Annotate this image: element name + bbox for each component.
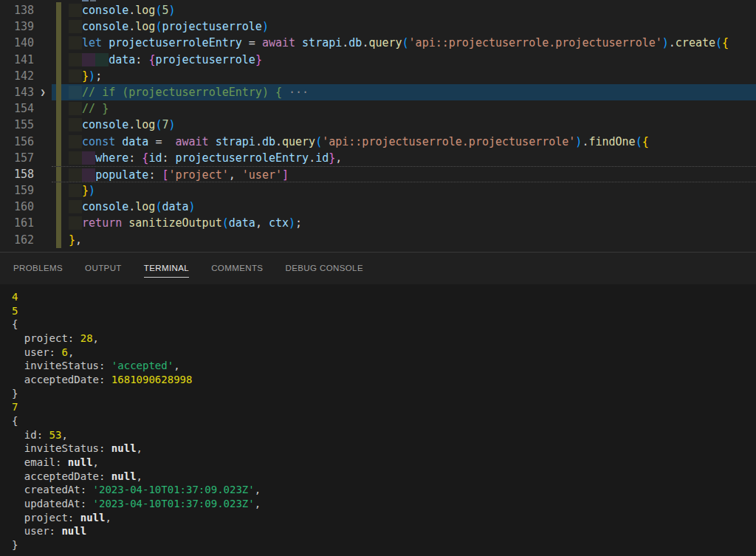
- git-modified-indicator: [56, 199, 61, 215]
- terminal-token: ,: [93, 332, 99, 344]
- terminal-token: user:: [12, 346, 61, 358]
- terminal-token: 5: [12, 305, 18, 317]
- terminal-token: id:: [12, 429, 49, 441]
- line-number[interactable]: 155: [0, 117, 34, 133]
- git-modified-indicator: [56, 215, 61, 231]
- terminal-token: {: [12, 318, 18, 330]
- line-content[interactable]: where: {id: projectuserroleEntry.id},: [52, 150, 756, 166]
- code-line-156[interactable]: 156 const data = await strapi.db.query('…: [0, 134, 756, 150]
- code-line-154[interactable]: 154 // }: [0, 100, 756, 117]
- code-token: [69, 36, 82, 49]
- terminal-output[interactable]: 45{ project: 28, user: 6, inviteStatus: …: [0, 284, 756, 556]
- line-content[interactable]: populate: ['project', 'user']: [52, 166, 756, 182]
- line-number[interactable]: 143: [0, 84, 34, 100]
- code-line-159[interactable]: 159 }): [0, 182, 756, 199]
- terminal-token: email:: [12, 456, 68, 468]
- code-line-161[interactable]: 161 return sanitizeOutput(data, ctx);: [0, 215, 756, 231]
- line-number[interactable]: 161: [0, 215, 34, 231]
- line-number[interactable]: 162: [0, 232, 34, 248]
- line-number[interactable]: 158: [0, 166, 34, 182]
- code-token: {: [642, 135, 649, 148]
- code-token: id: [148, 151, 162, 165]
- code-token: ): [168, 118, 175, 131]
- code-line-142[interactable]: 142 });: [0, 68, 756, 84]
- line-number[interactable]: 139: [0, 18, 34, 35]
- code-line-141[interactable]: 141 data: {projectuserrole}: [0, 52, 756, 68]
- fold-column: [34, 166, 52, 182]
- terminal-token: }: [12, 388, 18, 399]
- code-token: ): [89, 184, 95, 197]
- code-token: 'api::projectuserrole.projectuserrole': [409, 36, 662, 49]
- line-content[interactable]: },: [52, 232, 756, 248]
- code-token: ): [289, 216, 295, 230]
- code-token: 'project': [168, 168, 228, 182]
- code-token: id: [315, 151, 329, 165]
- line-number[interactable]: 141: [0, 52, 34, 68]
- code-line-143[interactable]: 143❯ // if (projectuserroleEntry) { ···: [0, 84, 756, 100]
- line-content[interactable]: data: {projectuserrole}: [52, 52, 756, 68]
- code-line-157[interactable]: 157 where: {id: projectuserroleEntry.id}…: [0, 150, 756, 166]
- clipped-line-fragment: [90, 0, 96, 1]
- line-content[interactable]: return sanitizeOutput(data, ctx);: [52, 215, 756, 231]
- fold-column: [34, 215, 52, 231]
- line-content[interactable]: });: [52, 68, 756, 84]
- line-content[interactable]: console.log(5): [52, 2, 756, 18]
- code-token: projectuserroleEntry: [109, 36, 242, 49]
- code-token: .: [128, 118, 135, 131]
- terminal-token: acceptedDate:: [12, 374, 111, 385]
- panel-tab-comments[interactable]: COMMENTS: [211, 263, 263, 278]
- line-number[interactable]: 154: [0, 100, 34, 117]
- code-text: populate: ['project', 'user']: [61, 167, 756, 182]
- clipped-line-fragment: [82, 0, 89, 1]
- git-modified-indicator: [56, 100, 61, 117]
- line-number[interactable]: 142: [0, 68, 34, 84]
- line-content[interactable]: console.log(data): [52, 199, 756, 215]
- line-number[interactable]: 138: [0, 2, 34, 18]
- line-number[interactable]: 160: [0, 199, 34, 215]
- fold-column: [34, 150, 52, 166]
- line-content[interactable]: console.log(7): [52, 117, 756, 133]
- git-modified-indicator: [56, 2, 61, 18]
- line-content[interactable]: // }: [52, 100, 756, 117]
- code-line-162[interactable]: 162},: [0, 232, 756, 248]
- code-token: findOne: [588, 135, 635, 148]
- line-number[interactable]: 159: [0, 182, 34, 199]
- fold-column: [34, 35, 52, 51]
- panel-tab-problems[interactable]: PROBLEMS: [13, 263, 63, 278]
- code-token: (: [315, 135, 322, 148]
- git-modified-indicator: [56, 35, 61, 51]
- code-token: .: [128, 4, 135, 17]
- panel-tab-terminal[interactable]: TERMINAL: [144, 263, 189, 278]
- line-content[interactable]: const data = await strapi.db.query('api:…: [52, 134, 756, 150]
- line-content[interactable]: let projectuserroleEntry = await strapi.…: [52, 35, 756, 51]
- code-token: data: [162, 200, 188, 213]
- code-token: [69, 102, 82, 115]
- git-modified-indicator: [56, 150, 61, 166]
- code-line-138[interactable]: 138 console.log(5): [0, 2, 756, 18]
- code-text: where: {id: projectuserroleEntry.id},: [61, 150, 756, 166]
- line-number[interactable]: 140: [0, 35, 34, 51]
- terminal-token: project:: [12, 332, 80, 344]
- code-line-139[interactable]: 139 console.log(projectuserrole): [0, 18, 756, 35]
- code-line-155[interactable]: 155 console.log(7): [0, 117, 756, 133]
- code-editor[interactable]: 138 console.log(5)139 console.log(projec…: [0, 0, 756, 252]
- line-content[interactable]: }): [52, 182, 756, 199]
- line-content[interactable]: console.log(projectuserrole): [52, 18, 756, 35]
- line-number[interactable]: 157: [0, 150, 34, 166]
- code-token: [209, 135, 216, 148]
- panel-tab-debug-console[interactable]: DEBUG CONSOLE: [285, 263, 363, 278]
- terminal-line: project: null,: [12, 511, 756, 525]
- code-token: projectuserrole: [155, 53, 255, 66]
- panel-tab-output[interactable]: OUTPUT: [85, 263, 122, 278]
- code-token: ): [262, 20, 269, 33]
- line-number[interactable]: 156: [0, 134, 34, 150]
- code-line-160[interactable]: 160 console.log(data): [0, 199, 756, 215]
- code-token: ···: [289, 86, 309, 99]
- code-token: [262, 216, 269, 230]
- code-token: db: [348, 36, 362, 49]
- code-line-158[interactable]: 158 populate: ['project', 'user']: [0, 166, 756, 182]
- code-line-140[interactable]: 140 let projectuserroleEntry = await str…: [0, 35, 756, 51]
- line-content[interactable]: // if (projectuserroleEntry) { ···: [52, 84, 756, 100]
- terminal-line: createdAt: '2023-04-10T01:37:09.023Z',: [12, 483, 756, 497]
- fold-chevron-icon[interactable]: ❯: [34, 84, 52, 100]
